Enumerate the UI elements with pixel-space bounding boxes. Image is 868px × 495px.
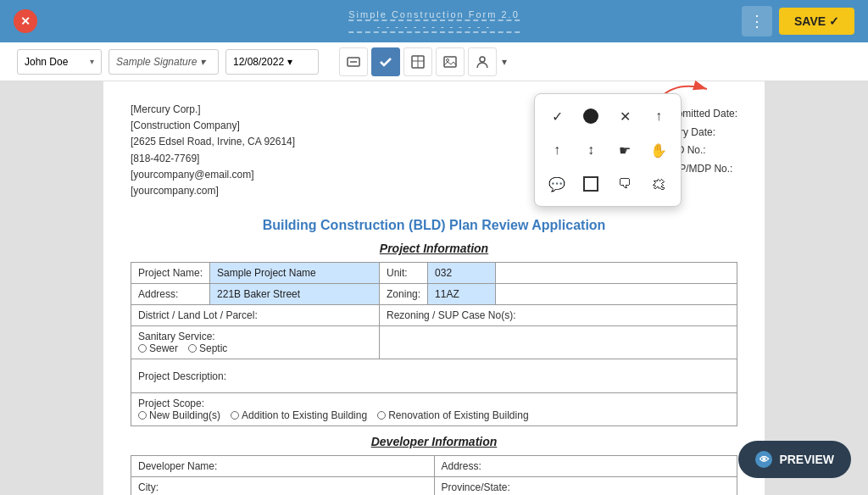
address-label: Address: [131,284,210,305]
user-dropdown-arrow[interactable]: ▾ [502,56,507,68]
popup-x-btn[interactable]: ✕ [609,101,640,131]
project-info-table: Project Name: Sample Project Name Unit: … [131,262,737,426]
content-area: [Mercury Corp.] [Construction Company] [… [0,81,868,495]
project-section-title: Project Information [131,242,737,255]
table-row: District / Land Lot / Parcel: Rezoning /… [131,305,737,326]
empty-cell [380,326,737,359]
company-website: [yourcompany.com] [131,183,295,199]
date-select[interactable]: 12/08/2022 ▾ [225,49,319,75]
signature-select[interactable]: Sample Signature ▾ [108,49,219,75]
popup-circle-filled-btn[interactable] [576,101,606,131]
scope-addition[interactable]: Addition to Existing Building [231,409,367,421]
app-title: Simple Construction Form 2.0 - - - - - -… [348,9,520,33]
rezoning-label: Rezoning / SUP Case No(s): [380,305,737,326]
developer-province-label: Province/State: [434,477,737,495]
project-scope-cell: Project Scope: New Building(s) Addition … [131,393,737,426]
table-row: Project Description: [131,359,737,393]
user-icon-btn[interactable] [468,47,497,76]
popup-speech-btn[interactable]: 💬 [542,169,572,199]
chevron-down-icon: ▾ [287,56,292,68]
zoning-value[interactable]: 11AZ [428,284,496,305]
company-name: [Mercury Corp.] [131,102,295,118]
svg-point-6 [447,58,449,61]
scope-options: New Building(s) Addition to Existing Bui… [138,409,730,421]
zoning-label: Zoning: [380,284,428,305]
table-row: Developer Name: Address: [131,456,737,477]
close-button[interactable]: ✕ [14,9,37,33]
empty-cell [496,263,737,284]
radio-circle-icon [138,411,147,420]
topbar: ✕ Simple Construction Form 2.0 - - - - -… [0,0,868,42]
project-name-label: Project Name: [131,263,210,284]
annotation-popup: ✓ ✕ ↑ ↑ ↕ ☛ ✋ 💬 🗨 🗯 [534,93,682,207]
table-row: City: Province/State: [131,477,737,495]
developer-address-label: Address: [434,456,737,477]
topbar-right: ⋮ SAVE ✓ [742,6,854,36]
scope-new-building[interactable]: New Building(s) [138,409,220,421]
unit-value[interactable]: 032 [428,263,496,284]
save-button[interactable]: SAVE ✓ [779,8,854,35]
company-type: [Construction Company] [131,118,295,134]
developer-info-table: Developer Name: Address: City: Province/… [131,455,737,495]
table-row: Project Name: Sample Project Name Unit: … [131,263,737,284]
sanitary-row: Sanitary Service: Sewer Septic [131,326,380,359]
company-info: [Mercury Corp.] [Construction Company] [… [131,102,295,199]
company-address: [2625 Edsel Road, Irvine, CA 92614] [131,134,295,150]
project-desc-cell: Project Description: [131,359,737,393]
text-field-icon-btn[interactable] [339,47,368,76]
popup-hand-btn[interactable]: ✋ [643,135,674,165]
svg-point-7 [480,57,485,62]
circle-outline-icon [583,176,598,192]
developer-name-label: Developer Name: [131,456,435,477]
popup-speech2-btn[interactable]: 🗨 [609,169,640,199]
district-label: District / Land Lot / Parcel: [131,305,380,326]
svg-rect-5 [444,57,456,67]
unit-label: Unit: [380,263,428,284]
popup-arrow-up-btn[interactable]: ↑ [643,101,674,131]
company-phone: [818-402-7769] [131,151,295,167]
popup-updown-btn[interactable]: ↕ [576,135,606,165]
popup-check-btn[interactable]: ✓ [542,101,572,131]
empty-cell [496,284,737,305]
septic-option[interactable]: Septic [188,342,227,354]
chevron-down-icon: ▾ [200,56,205,68]
address-value[interactable]: 221B Baker Street [210,284,380,305]
toolbar-icon-group: ▾ [339,47,507,76]
eye-icon: 👁 [755,451,772,468]
project-name-value[interactable]: Sample Project Name [210,263,380,284]
radio-circle-icon [138,344,147,353]
developer-section-title: Developer Information [131,435,737,448]
table-icon-btn[interactable] [403,47,432,76]
image-icon-btn[interactable] [436,47,465,76]
sewer-option[interactable]: Sewer [138,342,178,354]
popup-cursor-btn[interactable]: ☛ [609,135,640,165]
table-row: Project Scope: New Building(s) Addition … [131,393,737,426]
preview-button[interactable]: 👁 PREVIEW [738,441,851,478]
user-select[interactable]: John Doe ▾ [17,49,102,75]
more-options-button[interactable]: ⋮ [742,6,772,36]
filled-circle-icon [583,108,598,124]
scope-renovation[interactable]: Renovation of Existing Building [377,409,528,421]
checkmark-icon-btn[interactable] [371,47,400,76]
main-form-title: Building Construction (BLD) Plan Review … [131,218,737,233]
chevron-down-icon: ▾ [90,57,94,66]
table-row: Sanitary Service: Sewer Septic [131,326,737,359]
table-row: Address: 221B Baker Street Zoning: 11AZ [131,284,737,305]
sanitary-options: Sewer Septic [138,342,372,354]
popup-circle-outline-btn[interactable] [576,169,606,199]
radio-circle-icon [231,411,239,420]
radio-circle-icon [377,411,386,420]
company-email: [yourcompany@email.com] [131,167,295,183]
popup-speech3-btn[interactable]: 🗯 [643,169,674,199]
popup-arrow-up2-btn[interactable]: ↑ [542,135,572,165]
developer-city-label: City: [131,477,435,495]
radio-circle-icon [188,344,197,353]
toolbar: John Doe ▾ Sample Signature ▾ 12/08/2022… [0,42,868,81]
